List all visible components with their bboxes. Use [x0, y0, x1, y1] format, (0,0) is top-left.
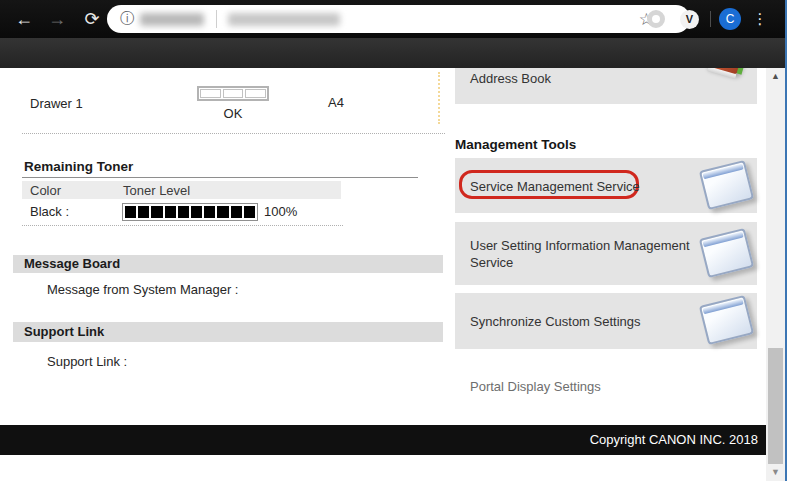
service-management-service-label: Service Management Service — [470, 177, 705, 194]
paper-size-label: A4 — [328, 95, 344, 110]
portal-page: Drawer 1 OK A4 Remaining Toner Color Ton… — [0, 68, 766, 481]
message-board-title: Message Board — [13, 255, 443, 273]
user-setting-information-label: User Setting Information Management Serv… — [470, 237, 705, 271]
section-divider-dotted — [22, 133, 445, 134]
remaining-toner-title: Remaining Toner — [24, 159, 133, 174]
reload-icon[interactable]: ⟳ — [79, 6, 105, 32]
remaining-toner-underline — [22, 177, 418, 178]
sidebar-item-synchronize-custom-settings[interactable]: Synchronize Custom Settings — [455, 293, 757, 349]
section-divider-dotted — [22, 225, 343, 226]
address-book-label: Address Book — [470, 70, 705, 87]
paper-level-cell — [223, 89, 244, 98]
bookmarks-bar: » — [0, 38, 787, 68]
toner-col-level: Toner Level — [123, 183, 190, 198]
browser-menu-icon[interactable]: ⋮ — [750, 8, 770, 30]
application-window-icon — [699, 227, 754, 277]
back-icon[interactable]: ← — [11, 6, 37, 32]
toner-col-color: Color — [30, 183, 61, 198]
site-info-icon[interactable]: ⓘ — [120, 10, 134, 28]
forward-icon[interactable]: → — [44, 6, 70, 32]
toner-percent-label: 100% — [264, 204, 297, 219]
security-label-blurred — [140, 13, 204, 26]
scrollbar-thumb[interactable] — [768, 348, 783, 464]
drawer-status-label: OK — [198, 106, 268, 121]
toolbar-divider — [710, 11, 711, 27]
application-window-icon — [699, 159, 754, 209]
sidebar-item-user-setting-information[interactable]: User Setting Information Management Serv… — [455, 222, 757, 285]
profile-avatar[interactable]: C — [719, 8, 741, 30]
paper-level-indicator — [197, 86, 269, 101]
omnibox-divider — [216, 10, 217, 28]
column-divider-dotted — [438, 72, 440, 124]
support-link-title: Support Link — [13, 322, 443, 342]
url-text-blurred — [228, 13, 340, 26]
extension-icon[interactable] — [647, 10, 665, 28]
browser-toolbar: ← → ⟳ ⓘ ☆ V C ⋮ — [0, 0, 787, 38]
sidebar-item-service-management-service[interactable]: Service Management Service — [455, 158, 757, 213]
vertical-scrollbar[interactable]: ▲ ▼ — [766, 68, 785, 481]
message-from-manager-label: Message from System Manager : — [47, 282, 238, 297]
scroll-up-icon[interactable]: ▲ — [766, 68, 785, 85]
paper-level-cell — [200, 89, 221, 98]
paper-level-cell — [245, 89, 266, 98]
toner-black-label: Black : — [30, 204, 69, 219]
toner-level-bar — [122, 203, 258, 221]
portal-display-settings-link[interactable]: Portal Display Settings — [470, 379, 601, 394]
browser-window: ← → ⟳ ⓘ ☆ V C ⋮ » Drawer 1 OK — [0, 0, 787, 481]
scroll-down-icon[interactable]: ▼ — [766, 464, 785, 481]
management-tools-title: Management Tools — [455, 137, 576, 152]
drawer-label: Drawer 1 — [30, 96, 83, 111]
support-link-label: Support Link : — [47, 354, 127, 369]
address-bar[interactable]: ⓘ ☆ — [107, 5, 690, 33]
address-book-icon — [705, 68, 750, 76]
copyright-footer: Copyright CANON INC. 2018 — [0, 425, 766, 455]
extension-v-icon[interactable]: V — [680, 10, 699, 29]
application-window-icon — [699, 295, 754, 345]
synchronize-custom-settings-label: Synchronize Custom Settings — [470, 313, 705, 330]
sidebar-item-address-book[interactable]: Address Book — [455, 68, 757, 104]
